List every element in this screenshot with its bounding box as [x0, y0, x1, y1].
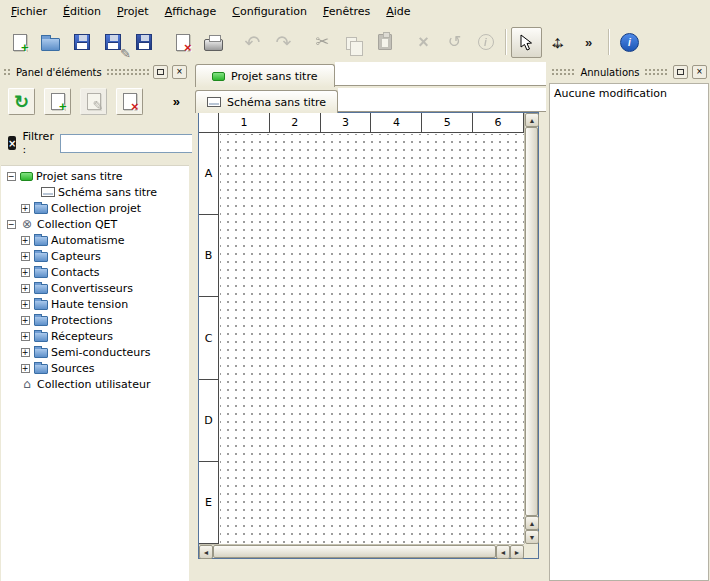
- tree-item-capteurs[interactable]: + Capteurs: [1, 248, 189, 264]
- close-panel-button[interactable]: ×: [692, 65, 707, 79]
- select-cursor-icon: [520, 34, 533, 51]
- undo-icon: ↶: [245, 33, 261, 52]
- close-file-button[interactable]: ×: [167, 27, 198, 58]
- expand-icon[interactable]: +: [21, 236, 30, 245]
- undo-empty-state: Aucune modification: [554, 87, 704, 100]
- tree-item-schema[interactable]: Schéma sans titre: [1, 184, 189, 200]
- undo-history-list[interactable]: Aucune modification: [549, 83, 709, 581]
- save-all-button[interactable]: [128, 27, 159, 58]
- vertical-scrollbar[interactable]: ▲ ▲ ▼: [524, 113, 538, 544]
- tree-item-project[interactable]: − Projet sans titre: [1, 168, 189, 184]
- diagram-grid[interactable]: [220, 134, 524, 544]
- tree-item-recepteurs[interactable]: + Récepteurs: [1, 328, 189, 344]
- scroll-up-button[interactable]: ▲: [525, 113, 539, 127]
- menu-aide[interactable]: Aide: [378, 2, 418, 21]
- menu-configuration[interactable]: Configuration: [224, 2, 315, 21]
- paste-button[interactable]: [369, 27, 400, 58]
- tree-item-collection-utilisateur[interactable]: ⌂ Collection utilisateur: [1, 376, 189, 392]
- reload-collections-button[interactable]: ↻: [8, 88, 35, 115]
- undo-button[interactable]: ↶: [237, 27, 268, 58]
- print-button[interactable]: [198, 27, 229, 58]
- save-button[interactable]: [66, 27, 97, 58]
- project-area: Projet sans titre Schéma sans titre 1 2 …: [192, 62, 546, 581]
- panel-overflow-button[interactable]: »: [171, 94, 182, 109]
- pan-mode-button[interactable]: ↔ ↕: [542, 27, 573, 58]
- collapse-icon[interactable]: −: [7, 172, 16, 181]
- dock-grip[interactable]: [3, 68, 12, 77]
- refresh-icon: ↻: [14, 93, 29, 111]
- expand-icon[interactable]: +: [21, 268, 30, 277]
- float-panel-button[interactable]: [673, 65, 688, 79]
- expand-icon[interactable]: +: [21, 252, 30, 261]
- menu-affichage[interactable]: Affichage: [157, 2, 225, 21]
- tab-project[interactable]: Projet sans titre: [195, 64, 335, 87]
- expand-icon[interactable]: +: [21, 332, 30, 341]
- schema-tab-bar: Schéma sans titre: [192, 86, 546, 112]
- horizontal-scroll-thumb[interactable]: [213, 545, 496, 558]
- horizontal-scrollbar[interactable]: ◄ ◄ ►: [199, 544, 524, 558]
- redo-button[interactable]: ↷: [268, 27, 299, 58]
- clear-filter-icon[interactable]: ×: [8, 136, 16, 150]
- tree-item-collection-projet[interactable]: + Collection projet: [1, 200, 189, 216]
- element-info-button[interactable]: i: [470, 27, 501, 58]
- tree-item-sources[interactable]: + Sources: [1, 360, 189, 376]
- undo-panel-titlebar[interactable]: Annulations ×: [551, 64, 707, 80]
- elements-panel-titlebar[interactable]: Panel d'éléments ×: [3, 64, 187, 80]
- copy-button[interactable]: [338, 27, 369, 58]
- rotate-button[interactable]: ↺: [439, 27, 470, 58]
- tree-item-convertisseurs[interactable]: + Convertisseurs: [1, 280, 189, 296]
- dock-grip[interactable]: [106, 68, 149, 77]
- tree-item-automatisme[interactable]: + Automatisme: [1, 232, 189, 248]
- scroll-right-button[interactable]: ►: [510, 545, 524, 559]
- delete-element-button[interactable]: ×: [116, 88, 143, 115]
- qet-logo-icon: ⊗: [20, 217, 34, 231]
- new-element-button[interactable]: +: [44, 88, 71, 115]
- select-mode-button[interactable]: [511, 27, 542, 58]
- expand-icon[interactable]: +: [21, 348, 30, 357]
- toolbar-overflow-button[interactable]: »: [573, 27, 604, 58]
- menu-edition[interactable]: Édition: [55, 2, 109, 21]
- vertical-scroll-thumb[interactable]: [525, 127, 538, 516]
- row-header: C: [199, 297, 218, 379]
- open-project-button[interactable]: [35, 27, 66, 58]
- row-header: A: [199, 133, 218, 215]
- cut-button[interactable]: ✂: [307, 27, 338, 58]
- scroll-up-button[interactable]: ▲: [525, 516, 539, 530]
- edit-element-button[interactable]: ✎: [80, 88, 107, 115]
- tree-item-contacts[interactable]: + Contacts: [1, 264, 189, 280]
- close-panel-button[interactable]: ×: [172, 65, 187, 79]
- diagram-view[interactable]: 1 2 3 4 5 6 A B C D E ▲: [198, 112, 539, 559]
- scroll-left-button[interactable]: ◄: [496, 545, 510, 559]
- delete-button[interactable]: ×: [408, 27, 439, 58]
- menu-fichier[interactable]: Fichier: [3, 2, 55, 21]
- main-toolbar: + ✎ × ↶ ↷ ✂: [0, 22, 710, 62]
- expand-icon[interactable]: +: [21, 316, 30, 325]
- project-tab-label: Projet sans titre: [231, 70, 318, 83]
- expand-icon[interactable]: +: [21, 204, 30, 213]
- collapse-icon[interactable]: −: [7, 220, 16, 229]
- float-panel-button[interactable]: [153, 65, 168, 79]
- menu-projet[interactable]: Projet: [109, 2, 157, 21]
- save-as-icon: [105, 34, 121, 50]
- dock-grip[interactable]: [551, 68, 576, 77]
- save-as-button[interactable]: ✎: [97, 27, 128, 58]
- down-arrow-icon: ▼: [529, 534, 536, 541]
- column-header: 5: [422, 113, 473, 132]
- expand-icon[interactable]: +: [21, 300, 30, 309]
- filter-input[interactable]: [60, 134, 213, 153]
- tree-item-protections[interactable]: + Protections: [1, 312, 189, 328]
- rotate-icon: ↺: [448, 34, 461, 50]
- menu-fenetres[interactable]: Fenêtres: [315, 2, 378, 21]
- tree-item-collection-qet[interactable]: − ⊗ Collection QET: [1, 216, 189, 232]
- new-element-icon: +: [51, 93, 65, 110]
- scroll-left-button[interactable]: ◄: [199, 545, 213, 559]
- tree-item-haute-tension[interactable]: + Haute tension: [1, 296, 189, 312]
- tab-schema[interactable]: Schéma sans titre: [195, 90, 338, 113]
- dock-grip[interactable]: [644, 68, 669, 77]
- expand-icon[interactable]: +: [21, 364, 30, 373]
- scroll-down-button[interactable]: ▼: [525, 530, 539, 544]
- about-button[interactable]: i: [614, 27, 645, 58]
- new-project-button[interactable]: +: [4, 27, 35, 58]
- expand-icon[interactable]: +: [21, 284, 30, 293]
- tree-item-semi-conducteurs[interactable]: + Semi-conducteurs: [1, 344, 189, 360]
